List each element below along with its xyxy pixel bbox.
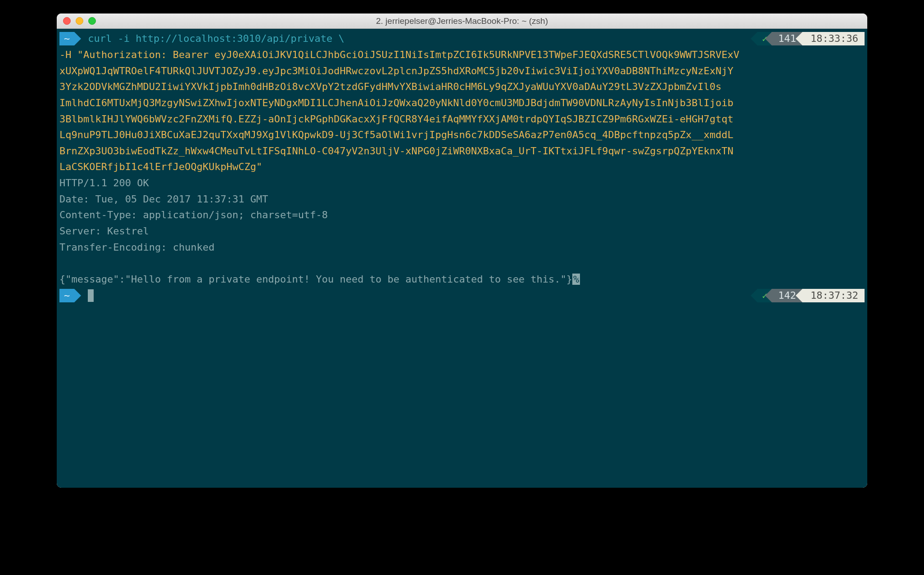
prompt-left-2: ~ [59,289,94,302]
blank-line [59,255,865,271]
zoom-button[interactable] [88,17,96,25]
header-line-3: ImlhdCI6MTUxMjQ3MzgyNSwiZXhwIjoxNTEyNDgx… [59,95,865,111]
timestamp-2: 18:37:32 [802,289,865,302]
header-line-4: 3BlbmlkIHJlYWQ6bWVzc2FnZXMifQ.EZZj-aOnIj… [59,111,865,127]
header-line-0: -H "Authorization: Bearer eyJ0eXAiOiJKV1… [59,47,865,63]
header-line-7: LaCSKOERfjbI1c4lErfJeOQgKUkpHwCZg" [59,159,865,175]
command-text: curl -i http://localhost:3010/api/privat… [88,31,344,47]
json-body: {"message":"Hello from a private endpoin… [59,274,572,285]
prompt-right-2: ✓ 142 18:37:32 [757,289,865,302]
prompt-line-2: ~ ✓ 142 18:37:32 [59,288,865,304]
prompt-left: ~ curl -i http://localhost:3010/api/priv… [59,31,344,47]
prompt-line-1: ~ curl -i http://localhost:3010/api/priv… [59,31,865,47]
home-dir-segment: ~ [59,32,74,45]
json-body-line: {"message":"Hello from a private endpoin… [59,271,865,288]
timestamp: 18:33:36 [802,32,865,45]
minimize-button[interactable] [76,17,83,25]
header-line-5: Lq9nuP9TLJ0Hu0JiXBCuXaEJ2quTXxqMJ9Xg1VlK… [59,127,865,143]
close-button[interactable] [63,17,71,25]
traffic-lights [63,17,96,25]
response-encoding: Transfer-Encoding: chunked [59,239,865,256]
percent-indicator: % [572,274,580,285]
response-server: Server: Kestrel [59,223,865,239]
prompt-right: ✓ 141 18:33:36 [757,32,865,45]
header-line-6: BrnZXp3UO3biwEodTkZz_hWxw4CMeuTvLtIFSqIN… [59,143,865,159]
response-status: HTTP/1.1 200 OK [59,175,865,191]
home-dir-segment-2: ~ [59,289,74,302]
header-line-2: 3Yzk2ODVkMGZhMDU2IiwiYXVkIjpbImh0dHBzOi8… [59,79,865,95]
response-date: Date: Tue, 05 Dec 2017 11:37:31 GMT [59,191,865,207]
response-content-type: Content-Type: application/json; charset=… [59,207,865,223]
terminal-window: 2. jerriepelser@Jerries-MacBook-Pro: ~ (… [57,13,867,488]
title-bar[interactable]: 2. jerriepelser@Jerries-MacBook-Pro: ~ (… [57,13,867,29]
header-line-1: xUXpWQ1JqWTROelF4TURkQlJUVTJOZyJ9.eyJpc3… [59,63,865,79]
window-title: 2. jerriepelser@Jerries-MacBook-Pro: ~ (… [57,16,867,26]
terminal-body[interactable]: ~ curl -i http://localhost:3010/api/priv… [57,29,867,488]
cursor [88,289,94,302]
